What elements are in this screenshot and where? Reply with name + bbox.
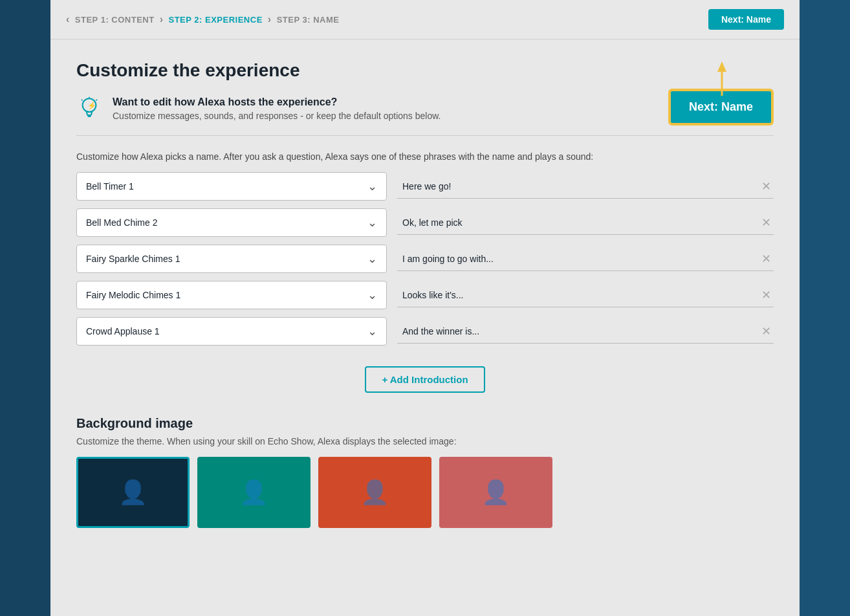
phrase-input-wrap-1: ✕ (397, 175, 774, 199)
sound-select-3[interactable]: Fairy Sparkle Chimes 1 ⌄ (76, 245, 387, 273)
step2-label: STEP 2: EXPERIENCE (169, 15, 263, 25)
person-icon-2: 👤 (239, 479, 268, 506)
table-row: Fairy Melodic Chimes 1 ⌄ ✕ (76, 281, 774, 309)
sound-select-2[interactable]: Bell Med Chime 2 ⌄ (76, 208, 387, 237)
phrase-input-wrap-3: ✕ (397, 247, 774, 271)
svg-marker-1 (717, 61, 726, 72)
remove-row-5-button[interactable]: ✕ (759, 324, 774, 338)
table-row: Crowd Applause 1 ⌄ ✕ (76, 317, 774, 346)
chevron-down-icon-3: ⌄ (367, 252, 377, 266)
remove-row-2-button[interactable]: ✕ (759, 215, 774, 230)
next-name-button-header[interactable]: Next: Name (708, 9, 784, 30)
sound-select-label-5: Crowd Applause 1 (86, 326, 367, 336)
sound-select-label-4: Fairy Melodic Chimes 1 (86, 290, 367, 300)
sidebar-left (0, 0, 50, 616)
page-title: Customize the experience (76, 60, 774, 81)
step1-label: STEP 1: CONTENT (75, 15, 155, 25)
phrase-input-2[interactable] (397, 215, 754, 230)
bg-thumb-4[interactable]: 👤 (439, 457, 552, 528)
table-row: Fairy Sparkle Chimes 1 ⌄ ✕ (76, 245, 774, 273)
remove-row-4-button[interactable]: ✕ (759, 288, 774, 302)
sidebar-right (800, 0, 850, 616)
info-body: Customize messages, sounds, and response… (113, 111, 441, 121)
phrase-input-1[interactable] (397, 179, 754, 194)
person-icon-3: 👤 (360, 479, 389, 506)
bg-image-desc: Customize the theme. When using your ski… (76, 436, 774, 446)
info-heading: Want to edit how Alexa hosts the experie… (113, 96, 441, 108)
sound-select-label-1: Bell Timer 1 (86, 181, 367, 192)
intro-rows: Bell Timer 1 ⌄ ✕ Bell Med Chime 2 ⌄ ✕ (76, 172, 774, 353)
content-area: Next: Name Customize the experience ⚡ Wa… (50, 39, 800, 616)
chevron-right-icon-2: › (268, 14, 272, 25)
chevron-down-icon-1: ⌄ (367, 179, 377, 193)
bg-image-grid: 👤 👤 👤 👤 (76, 457, 774, 528)
table-row: Bell Timer 1 ⌄ ✕ (76, 172, 774, 201)
breadcrumb-steps: ‹ STEP 1: CONTENT › STEP 2: EXPERIENCE ›… (66, 14, 339, 25)
bg-image-section: Background image Customize the theme. Wh… (76, 416, 774, 528)
svg-text:⚡: ⚡ (87, 101, 96, 110)
add-introduction-button[interactable]: + Add Introduction (365, 366, 485, 393)
chevron-right-icon-1: › (160, 14, 164, 25)
chevron-down-icon-2: ⌄ (367, 215, 377, 230)
sound-select-5[interactable]: Crowd Applause 1 ⌄ (76, 317, 387, 346)
phrase-input-wrap-2: ✕ (397, 211, 774, 235)
main-container: ‹ STEP 1: CONTENT › STEP 2: EXPERIENCE ›… (50, 0, 800, 616)
next-callout-container: Next: Name (668, 89, 774, 126)
remove-row-3-button[interactable]: ✕ (759, 252, 774, 266)
step3-label: STEP 3: NAME (277, 15, 340, 25)
callout-arrow-icon (683, 60, 735, 99)
lightbulb-icon: ⚡ (76, 96, 102, 122)
svg-line-7 (96, 100, 97, 101)
phrase-input-wrap-5: ✕ (397, 320, 774, 344)
remove-row-1-button[interactable]: ✕ (759, 179, 774, 193)
person-icon-4: 👤 (481, 479, 510, 506)
bg-thumb-1[interactable]: 👤 (76, 457, 190, 528)
sound-select-label-3: Fairy Sparkle Chimes 1 (86, 254, 367, 264)
sound-select-4[interactable]: Fairy Melodic Chimes 1 ⌄ (76, 281, 387, 309)
phrase-input-3[interactable] (397, 251, 754, 267)
breadcrumb-bar: ‹ STEP 1: CONTENT › STEP 2: EXPERIENCE ›… (50, 0, 800, 39)
svg-line-6 (82, 100, 83, 101)
phrase-input-4[interactable] (397, 287, 754, 303)
bg-thumb-2[interactable]: 👤 (197, 457, 311, 528)
chevron-back-icon: ‹ (66, 14, 70, 25)
chevron-down-icon-4: ⌄ (367, 288, 377, 302)
person-icon-1: 👤 (118, 479, 147, 506)
bg-thumb-3[interactable]: 👤 (318, 457, 431, 528)
table-row: Bell Med Chime 2 ⌄ ✕ (76, 208, 774, 237)
divider (76, 135, 774, 136)
phrase-input-wrap-4: ✕ (397, 283, 774, 307)
info-text: Want to edit how Alexa hosts the experie… (113, 96, 441, 121)
customize-desc: Customize how Alexa picks a name. After … (76, 151, 774, 162)
chevron-down-icon-5: ⌄ (367, 324, 377, 338)
sound-select-1[interactable]: Bell Timer 1 ⌄ (76, 172, 387, 201)
bg-image-title: Background image (76, 416, 774, 431)
sound-select-label-2: Bell Med Chime 2 (86, 217, 367, 228)
phrase-input-5[interactable] (397, 324, 754, 339)
